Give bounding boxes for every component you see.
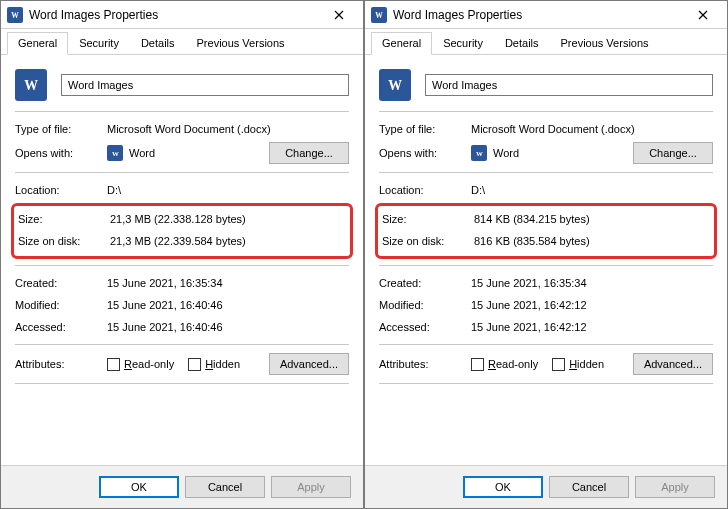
readonly-checkbox[interactable]: Read-only: [471, 358, 538, 371]
tab-general[interactable]: General: [7, 32, 68, 55]
close-icon: [334, 10, 344, 20]
location-value: D:\: [471, 184, 713, 196]
svg-text:W: W: [11, 11, 19, 20]
accessed-label: Accessed:: [15, 321, 107, 333]
opens-with-label: Opens with:: [15, 147, 107, 159]
advanced-button[interactable]: Advanced...: [633, 353, 713, 375]
properties-dialog: W Word Images Properties General Securit…: [0, 0, 364, 509]
close-button[interactable]: [685, 1, 721, 29]
location-label: Location:: [15, 184, 107, 196]
titlebar: W Word Images Properties: [1, 1, 363, 29]
word-icon: W: [471, 145, 487, 161]
modified-label: Modified:: [379, 299, 471, 311]
tab-previous-versions[interactable]: Previous Versions: [550, 32, 660, 55]
size-on-disk-value: 816 KB (835.584 bytes): [474, 235, 710, 247]
modified-value: 15 June 2021, 16:42:12: [471, 299, 713, 311]
separator: [379, 383, 713, 384]
svg-text:W: W: [388, 78, 402, 93]
opens-with-value: Word: [129, 147, 155, 159]
dialog-footer: OK Cancel Apply: [365, 465, 727, 508]
type-of-file-label: Type of file:: [15, 123, 107, 135]
change-button[interactable]: Change...: [269, 142, 349, 164]
type-of-file-value: Microsoft Word Document (.docx): [471, 123, 713, 135]
properties-dialog: W Word Images Properties General Securit…: [364, 0, 728, 509]
type-of-file-label: Type of file:: [379, 123, 471, 135]
titlebar: W Word Images Properties: [365, 1, 727, 29]
separator: [379, 111, 713, 112]
tab-security[interactable]: Security: [68, 32, 130, 55]
location-value: D:\: [107, 184, 349, 196]
accessed-value: 15 June 2021, 16:42:12: [471, 321, 713, 333]
tab-security[interactable]: Security: [432, 32, 494, 55]
created-label: Created:: [379, 277, 471, 289]
tab-previous-versions[interactable]: Previous Versions: [186, 32, 296, 55]
size-highlight: Size: 814 KB (834.215 bytes) Size on dis…: [375, 203, 717, 259]
opens-with-value: Word: [493, 147, 519, 159]
window-title: Word Images Properties: [29, 8, 321, 22]
accessed-value: 15 June 2021, 16:40:46: [107, 321, 349, 333]
svg-text:W: W: [476, 150, 483, 157]
tab-details[interactable]: Details: [494, 32, 550, 55]
separator: [15, 344, 349, 345]
tab-content: W Type of file: Microsoft Word Document …: [1, 55, 363, 465]
svg-text:W: W: [24, 78, 38, 93]
size-label: Size:: [382, 213, 474, 225]
size-value: 21,3 MB (22.338.128 bytes): [110, 213, 346, 225]
filename-input[interactable]: [425, 74, 713, 96]
attributes-label: Attributes:: [15, 358, 107, 370]
apply-button[interactable]: Apply: [635, 476, 715, 498]
size-on-disk-label: Size on disk:: [382, 235, 474, 247]
word-icon: W: [371, 7, 387, 23]
size-label: Size:: [18, 213, 110, 225]
change-button[interactable]: Change...: [633, 142, 713, 164]
size-value: 814 KB (834.215 bytes): [474, 213, 710, 225]
svg-text:W: W: [112, 150, 119, 157]
tab-details[interactable]: Details: [130, 32, 186, 55]
file-type-icon: W: [15, 69, 47, 101]
location-label: Location:: [379, 184, 471, 196]
created-value: 15 June 2021, 16:35:34: [471, 277, 713, 289]
filename-input[interactable]: [61, 74, 349, 96]
close-button[interactable]: [321, 1, 357, 29]
advanced-button[interactable]: Advanced...: [269, 353, 349, 375]
window-title: Word Images Properties: [393, 8, 685, 22]
checkbox-icon: [188, 358, 201, 371]
created-value: 15 June 2021, 16:35:34: [107, 277, 349, 289]
checkbox-icon: [471, 358, 484, 371]
cancel-button[interactable]: Cancel: [185, 476, 265, 498]
svg-text:W: W: [375, 11, 383, 20]
ok-button[interactable]: OK: [99, 476, 179, 498]
separator: [15, 383, 349, 384]
accessed-label: Accessed:: [379, 321, 471, 333]
type-of-file-value: Microsoft Word Document (.docx): [107, 123, 349, 135]
hidden-checkbox[interactable]: Hidden: [188, 358, 240, 371]
checkbox-icon: [107, 358, 120, 371]
modified-value: 15 June 2021, 16:40:46: [107, 299, 349, 311]
separator: [379, 265, 713, 266]
readonly-checkbox[interactable]: Read-only: [107, 358, 174, 371]
tab-strip: General Security Details Previous Versio…: [1, 29, 363, 55]
created-label: Created:: [15, 277, 107, 289]
apply-button[interactable]: Apply: [271, 476, 351, 498]
close-icon: [698, 10, 708, 20]
checkbox-icon: [552, 358, 565, 371]
word-icon: W: [7, 7, 23, 23]
separator: [379, 172, 713, 173]
ok-button[interactable]: OK: [463, 476, 543, 498]
tab-strip: General Security Details Previous Versio…: [365, 29, 727, 55]
tab-content: W Type of file: Microsoft Word Document …: [365, 55, 727, 465]
size-on-disk-value: 21,3 MB (22.339.584 bytes): [110, 235, 346, 247]
separator: [15, 265, 349, 266]
size-on-disk-label: Size on disk:: [18, 235, 110, 247]
opens-with-label: Opens with:: [379, 147, 471, 159]
size-highlight: Size: 21,3 MB (22.338.128 bytes) Size on…: [11, 203, 353, 259]
cancel-button[interactable]: Cancel: [549, 476, 629, 498]
attributes-label: Attributes:: [379, 358, 471, 370]
separator: [15, 172, 349, 173]
separator: [15, 111, 349, 112]
word-icon: W: [107, 145, 123, 161]
separator: [379, 344, 713, 345]
hidden-checkbox[interactable]: Hidden: [552, 358, 604, 371]
tab-general[interactable]: General: [371, 32, 432, 55]
dialog-footer: OK Cancel Apply: [1, 465, 363, 508]
